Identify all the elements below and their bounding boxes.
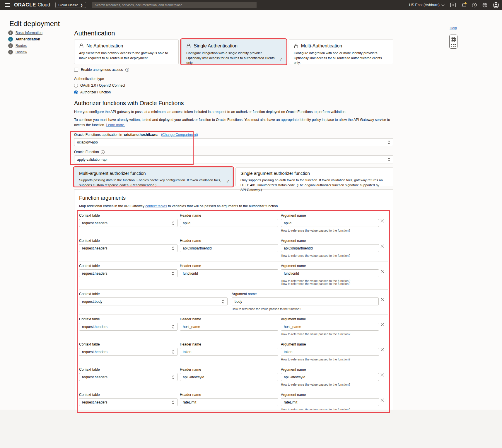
remove-argument-icon[interactable] <box>380 244 384 248</box>
hamburger-menu-icon[interactable] <box>5 3 10 7</box>
step-label[interactable]: Routes <box>16 44 27 48</box>
auth-option-card[interactable]: Single Authentication Configure integrat… <box>181 40 286 64</box>
header-name-input[interactable] <box>180 244 278 252</box>
argument-helper-link[interactable]: How to reference the value passed to the… <box>232 307 379 311</box>
search-input[interactable] <box>92 2 257 8</box>
header-name-input[interactable] <box>180 398 278 406</box>
svg-text:?: ? <box>474 4 475 6</box>
authorizer-function-radio[interactable] <box>74 90 78 94</box>
auth-option-card[interactable]: Multi-Authentication Configure integrati… <box>289 40 393 64</box>
header-name-input[interactable] <box>180 373 278 381</box>
remove-argument-icon[interactable] <box>380 323 384 326</box>
context-table-select[interactable]: request.body <box>79 297 228 305</box>
developer-console-icon[interactable] <box>450 3 456 7</box>
argument-helper-link[interactable]: How to reference the value passed to the… <box>281 229 379 232</box>
step-label[interactable]: Review <box>16 50 27 54</box>
step-label[interactable]: Basic information <box>16 31 42 35</box>
wizard-step[interactable]: 2 Authentication <box>8 37 67 42</box>
oracle-function-label-text: Oracle Function <box>74 150 99 154</box>
context-table-label: Context table <box>79 317 177 321</box>
header-name-input[interactable] <box>180 219 278 227</box>
argument-name-input[interactable] <box>281 219 379 227</box>
context-table-value: request.headers <box>82 375 107 379</box>
remove-argument-icon[interactable] <box>380 398 384 402</box>
brand-oracle: ORACLE <box>14 2 36 8</box>
context-table-select[interactable]: request.headers <box>79 244 177 252</box>
argument-helper-link[interactable]: How to reference the value passed to the… <box>281 332 379 336</box>
argument-name-input[interactable] <box>232 297 379 305</box>
authorizer-mode-card[interactable]: Multi-argument authorizer function Suppo… <box>74 167 233 186</box>
remove-argument-icon[interactable] <box>380 269 384 273</box>
oracle-function-select[interactable]: apply-validation-api <box>74 155 393 163</box>
auth-option-card[interactable]: No Authentication Any client that has ne… <box>74 40 179 64</box>
select-stepper-icon <box>387 158 390 162</box>
oauth-radio-label: OAuth 2.0 / OpenID Connect <box>80 83 125 88</box>
function-argument-row: Context table request.headers Header nam… <box>79 261 388 290</box>
select-stepper-icon <box>172 271 175 276</box>
cloud-classic-button[interactable]: Cloud Classic ❯ <box>55 2 86 8</box>
wizard-step[interactable]: 3 Routes <box>8 43 67 48</box>
function-argument-row: Context table request.headers Header nam… <box>79 315 388 340</box>
argument-helper-link[interactable]: How to reference the value passed to the… <box>281 383 379 386</box>
argument-helper-link[interactable]: How to reference the value passed to the… <box>281 358 379 361</box>
support-widget[interactable] <box>449 35 457 49</box>
region-selector[interactable]: US East (Ashburn) <box>409 3 445 7</box>
header-name-label: Header name <box>180 393 278 397</box>
function-arguments-desc: Map additional entries in the API Gatewa… <box>79 204 388 208</box>
wizard-step[interactable]: 4 Review <box>8 50 67 54</box>
notifications-bell-icon[interactable] <box>461 3 466 8</box>
argument-name-input[interactable] <box>281 348 379 356</box>
header-name-input[interactable] <box>180 269 278 277</box>
argument-name-input[interactable] <box>281 269 379 277</box>
context-table-select[interactable]: request.headers <box>79 398 177 406</box>
header-name-input[interactable] <box>180 323 278 331</box>
argument-helper-link[interactable]: How to reference the value passed to the… <box>281 254 379 257</box>
oracle-cloud-logo[interactable]: ORACLE Cloud <box>14 2 50 8</box>
help-link[interactable]: Help <box>450 26 457 30</box>
change-compartment-link[interactable]: (Change Compartment) <box>161 133 198 137</box>
remove-argument-icon[interactable] <box>380 219 384 223</box>
card-description: Only supports passing an auth token to t… <box>240 178 388 192</box>
context-table-label: Context table <box>79 367 177 372</box>
function-argument-row: Context table request.headers Header nam… <box>79 365 388 390</box>
authorizer-mode-card[interactable]: Single argument authorizer function Only… <box>235 167 393 186</box>
context-table-select[interactable]: request.headers <box>79 269 177 277</box>
info-icon[interactable]: i <box>125 68 129 72</box>
argument-name-input[interactable] <box>281 323 379 331</box>
select-stepper-icon <box>172 325 175 329</box>
argument-name-input[interactable] <box>281 244 379 252</box>
context-table-value: request.headers <box>82 400 107 404</box>
language-globe-icon[interactable] <box>482 3 487 8</box>
context-tables-link[interactable]: context tables <box>145 204 167 208</box>
remove-argument-icon[interactable] <box>380 348 384 352</box>
context-table-select[interactable]: request.headers <box>79 323 177 331</box>
context-table-label: Context table <box>79 239 177 243</box>
functions-application-label-text: Oracle Functions application in <box>74 133 122 137</box>
header-name-input[interactable] <box>180 348 278 356</box>
brand-cloud: Cloud <box>38 2 50 8</box>
remove-argument-icon[interactable] <box>380 373 384 377</box>
context-table-select[interactable]: request.headers <box>79 373 177 381</box>
argument-name-label: Argument name <box>281 264 379 268</box>
argument-name-input[interactable] <box>281 398 379 406</box>
wizard-step[interactable]: 1 Basic information <box>8 30 67 35</box>
context-table-value: request.body <box>82 300 102 304</box>
help-circle-icon[interactable]: ? <box>472 3 477 8</box>
oauth-radio[interactable] <box>74 84 78 88</box>
context-table-select[interactable]: request.headers <box>79 219 177 227</box>
header-name-label: Header name <box>180 367 278 372</box>
user-avatar[interactable] <box>493 2 499 8</box>
argument-name-input[interactable] <box>281 373 379 381</box>
functions-application-select[interactable]: ociapigw-app <box>74 138 393 146</box>
learn-more-link[interactable]: Learn more. <box>106 123 125 127</box>
context-table-label: Context table <box>79 342 177 346</box>
enable-anonymous-access-checkbox[interactable] <box>74 68 78 72</box>
remove-argument-icon[interactable] <box>380 297 384 301</box>
info-icon[interactable]: i <box>101 150 105 154</box>
argument-name-label: Argument name <box>281 239 379 243</box>
argument-helper-link[interactable]: How to reference the value passed to the… <box>281 282 379 285</box>
context-table-select[interactable]: request.headers <box>79 348 177 356</box>
step-label[interactable]: Authentication <box>16 37 40 41</box>
main-content: Authentication No Authentication Any cli… <box>74 26 393 437</box>
authorizer-function-radio-label: Authorizer Function <box>80 90 111 94</box>
